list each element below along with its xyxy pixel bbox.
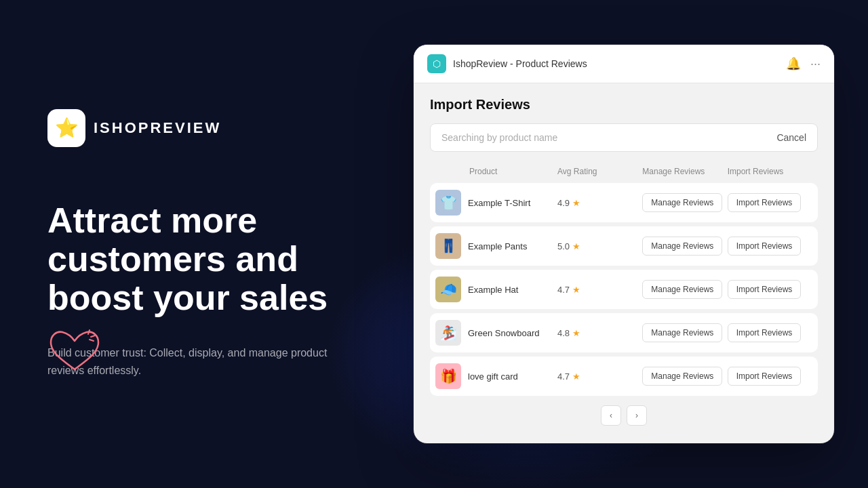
right-panel: ⬡ IshopReview - Product Reviews 🔔 ··· Im…	[380, 45, 868, 443]
window-titlebar: ⬡ IshopReview - Product Reviews 🔔 ···	[414, 45, 834, 83]
logo-icon: ⭐	[47, 109, 85, 147]
app-icon: ⬡	[427, 54, 446, 73]
search-placeholder: Searching by product name	[441, 132, 557, 143]
product-cell: 🎁 love gift card	[435, 363, 557, 389]
star-icon: ★	[572, 241, 580, 251]
rating-cell: 4.8 ★	[557, 328, 642, 338]
rating-cell: 4.7 ★	[557, 285, 642, 295]
table-row: 👖 Example Pants 5.0 ★ Manage Reviews Imp…	[430, 226, 818, 266]
manage-reviews-cell: Manage Reviews	[642, 323, 727, 342]
import-reviews-cell: Import Reviews	[728, 237, 812, 256]
import-reviews-cell: Import Reviews	[728, 367, 812, 386]
product-thumbnail: 🧢	[435, 277, 461, 302]
product-name: Example Hat	[468, 285, 518, 295]
product-thumbnail: 🏂	[435, 320, 461, 346]
svg-line-2	[90, 340, 94, 341]
table-header: Product Avg Rating Manage Reviews Import…	[430, 163, 818, 180]
star-icon: ⭐	[55, 117, 79, 139]
import-reviews-cell: Import Reviews	[728, 323, 812, 342]
manage-reviews-cell: Manage Reviews	[642, 237, 727, 256]
import-reviews-cell: Import Reviews	[728, 280, 812, 299]
table-row: 🧢 Example Hat 4.7 ★ Manage Reviews Impor…	[430, 270, 818, 309]
app-icon-symbol: ⬡	[433, 58, 441, 69]
star-icon: ★	[572, 328, 580, 338]
pagination: ‹ ›	[430, 405, 818, 430]
search-bar[interactable]: Searching by product name Cancel	[430, 123, 818, 152]
star-icon: ★	[572, 198, 580, 208]
svg-line-1	[91, 336, 95, 337]
manage-reviews-button[interactable]: Manage Reviews	[642, 237, 722, 256]
col-import-reviews: Import Reviews	[728, 167, 812, 176]
window-content: Import Reviews Searching by product name…	[414, 83, 834, 443]
table-row: 👕 Example T-Shirt 4.9 ★ Manage Reviews I…	[430, 183, 818, 222]
manage-reviews-button[interactable]: Manage Reviews	[642, 323, 722, 342]
manage-reviews-button[interactable]: Manage Reviews	[642, 193, 722, 212]
col-manage-reviews: Manage Reviews	[642, 167, 727, 176]
import-reviews-button[interactable]: Import Reviews	[728, 280, 802, 299]
product-name: love gift card	[468, 371, 518, 382]
prev-page-button[interactable]: ‹	[601, 405, 621, 426]
titlebar-actions: 🔔 ···	[786, 56, 821, 71]
product-thumbnail: 👖	[435, 233, 461, 259]
bell-icon[interactable]: 🔔	[786, 56, 801, 71]
rating-cell: 4.7 ★	[557, 371, 642, 382]
brand-name: ISHOPREVIEW	[94, 119, 221, 137]
rating-cell: 4.9 ★	[557, 198, 642, 208]
hero-headline: Attract more customers and boost your sa…	[47, 201, 332, 318]
import-reviews-button[interactable]: Import Reviews	[728, 367, 802, 386]
svg-line-0	[88, 330, 90, 334]
manage-reviews-cell: Manage Reviews	[642, 193, 727, 212]
rating-cell: 5.0 ★	[557, 241, 642, 251]
table-row: 🎁 love gift card 4.7 ★ Manage Reviews Im…	[430, 357, 818, 396]
product-name: Green Snowboard	[468, 328, 540, 338]
left-panel: ⭐ ISHOPREVIEW Attract more customers and…	[0, 68, 380, 420]
manage-reviews-button[interactable]: Manage Reviews	[642, 367, 722, 386]
import-reviews-button[interactable]: Import Reviews	[728, 323, 802, 342]
product-cell: 👕 Example T-Shirt	[435, 190, 557, 216]
logo-area: ⭐ ISHOPREVIEW	[47, 109, 332, 147]
col-product: Product	[435, 167, 557, 176]
cancel-button[interactable]: Cancel	[776, 132, 806, 143]
product-cell: 🏂 Green Snowboard	[435, 320, 557, 346]
import-reviews-button[interactable]: Import Reviews	[728, 193, 802, 212]
page-title: Import Reviews	[430, 97, 818, 113]
manage-reviews-cell: Manage Reviews	[642, 280, 727, 299]
next-page-button[interactable]: ›	[627, 405, 647, 426]
window-title: IshopReview - Product Reviews	[453, 58, 587, 69]
product-list: 👕 Example T-Shirt 4.9 ★ Manage Reviews I…	[430, 183, 818, 396]
titlebar-left: ⬡ IshopReview - Product Reviews	[427, 54, 587, 73]
manage-reviews-cell: Manage Reviews	[642, 367, 727, 386]
product-thumbnail: 🎁	[435, 363, 461, 389]
star-icon: ★	[572, 371, 580, 382]
heart-illustration	[47, 329, 102, 379]
more-icon[interactable]: ···	[810, 57, 821, 71]
product-thumbnail: 👕	[435, 190, 461, 216]
product-name: Example T-Shirt	[468, 198, 530, 208]
import-reviews-cell: Import Reviews	[728, 193, 812, 212]
col-avg-rating: Avg Rating	[557, 167, 642, 176]
table-row: 🏂 Green Snowboard 4.8 ★ Manage Reviews I…	[430, 313, 818, 352]
product-name: Example Pants	[468, 241, 527, 251]
manage-reviews-button[interactable]: Manage Reviews	[642, 280, 722, 299]
product-cell: 👖 Example Pants	[435, 233, 557, 259]
import-reviews-button[interactable]: Import Reviews	[728, 237, 802, 256]
product-cell: 🧢 Example Hat	[435, 277, 557, 302]
star-icon: ★	[572, 285, 580, 295]
app-window: ⬡ IshopReview - Product Reviews 🔔 ··· Im…	[414, 45, 834, 443]
